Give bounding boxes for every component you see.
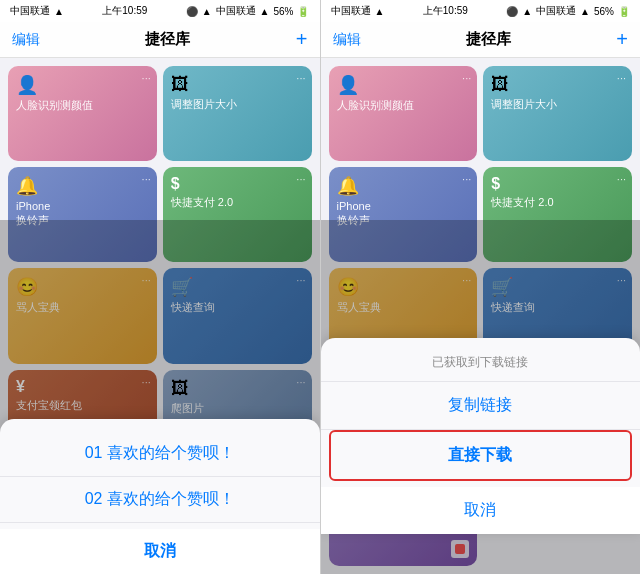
tile-menu-right-2[interactable]: ··· [617,72,626,84]
right-time: 上午10:59 [423,4,468,18]
right-battery-icon: ⚫ [506,6,518,17]
right-phone-panel: 中国联通 ▲ 上午10:59 ⚫ ▲ 中国联通 ▲ 56% 🔋 编辑 捷径库 +… [321,0,641,574]
tile-menu-left-3[interactable]: ··· [142,173,151,185]
tile-icon-left-1: 👤 [16,74,149,96]
left-add-button[interactable]: + [296,28,308,51]
right-status-right: ⚫ ▲ 中国联通 ▲ 56% 🔋 [506,4,630,18]
tile-menu-left-2[interactable]: ··· [296,72,305,84]
right-signal-icon: ▲ [522,6,532,17]
tile-icon-left-3: 🔔 [16,175,149,197]
left-status-right: ⚫ ▲ 中国联通 ▲ 56% 🔋 [186,4,310,18]
tile-icon-left-2: 🖼 [171,74,304,95]
tile-icon-right-1: 👤 [337,74,470,96]
tile-label-left-1: 人脸识别测颜值 [16,98,149,112]
left-status-bar: 中国联通 ▲ 上午10:59 ⚫ ▲ 中国联通 ▲ 56% 🔋 [0,0,320,22]
tile-icon-left-4: $ [171,175,304,193]
left-status-left: 中国联通 ▲ [10,4,64,18]
right-title: 捷径库 [466,30,511,49]
tile-label-right-2: 调整图片大小 [491,97,624,111]
left-share-sheet: 01 喜欢的给个赞呗！ 02 喜欢的给个赞呗！ 取消 [0,419,320,574]
right-wifi-icon: ▲ [375,6,385,17]
tile-icon-right-4: $ [491,175,624,193]
right-battery-pct: 56% [594,6,614,17]
tile-icon-right-2: 🖼 [491,74,624,95]
tile-menu-left-4[interactable]: ··· [296,173,305,185]
share-option-1[interactable]: 01 喜欢的给个赞呗！ [0,431,320,477]
tile-label-left-4: 快捷支付 2.0 [171,195,304,209]
direct-download-button[interactable]: 直接下载 [329,430,633,481]
left-edit-button[interactable]: 编辑 [12,31,40,49]
left-carrier: 中国联通 [10,4,50,18]
right-nav-bar: 编辑 捷径库 + [321,22,641,58]
tile-menu-right-3[interactable]: ··· [462,173,471,185]
tile-menu-right-4[interactable]: ··· [617,173,626,185]
share-option-2[interactable]: 02 喜欢的给个赞呗！ [0,477,320,523]
left-wifi-icon: ▲ [54,6,64,17]
tile-menu-left-1[interactable]: ··· [142,72,151,84]
tile-icon-right-3: 🔔 [337,175,470,197]
right-wifi2-icon: ▲ [580,6,590,17]
left-signal-icon: ▲ [202,6,212,17]
left-carrier2: 中国联通 [216,4,256,18]
left-battery-pct: 56% [273,6,293,17]
dialog-header: 已获取到下载链接 [321,350,641,382]
right-status-left: 中国联通 ▲ [331,4,385,18]
copy-link-button[interactable]: 复制链接 [321,382,641,430]
right-battery2-icon: 🔋 [618,6,630,17]
right-carrier: 中国联通 [331,4,371,18]
tile-resize-right[interactable]: ··· 🖼 调整图片大小 [483,66,632,161]
tile-label-right-1: 人脸识别测颜值 [337,98,470,112]
tile-face-detect-right[interactable]: ··· 👤 人脸识别测颜值 [329,66,478,161]
right-edit-button[interactable]: 编辑 [333,31,361,49]
left-battery2-icon: 🔋 [297,6,309,17]
left-nav-bar: 编辑 捷径库 + [0,22,320,58]
tile-resize-left[interactable]: ··· 🖼 调整图片大小 [163,66,312,161]
left-wifi2-icon: ▲ [260,6,270,17]
tile-label-right-4: 快捷支付 2.0 [491,195,624,209]
right-download-dialog: 已获取到下载链接 复制链接 直接下载 取消 [321,338,641,534]
tile-menu-right-1[interactable]: ··· [462,72,471,84]
tile-face-detect-left[interactable]: ··· 👤 人脸识别测颜值 [8,66,157,161]
left-title: 捷径库 [145,30,190,49]
right-add-button[interactable]: + [616,28,628,51]
left-cancel-button[interactable]: 取消 [0,529,320,574]
left-phone-panel: 中国联通 ▲ 上午10:59 ⚫ ▲ 中国联通 ▲ 56% 🔋 编辑 捷径库 +… [0,0,320,574]
right-status-bar: 中国联通 ▲ 上午10:59 ⚫ ▲ 中国联通 ▲ 56% 🔋 [321,0,641,22]
left-battery-icon: ⚫ [186,6,198,17]
right-cancel-button[interactable]: 取消 [321,487,641,534]
tile-label-left-2: 调整图片大小 [171,97,304,111]
right-carrier2: 中国联通 [536,4,576,18]
left-time: 上午10:59 [102,4,147,18]
